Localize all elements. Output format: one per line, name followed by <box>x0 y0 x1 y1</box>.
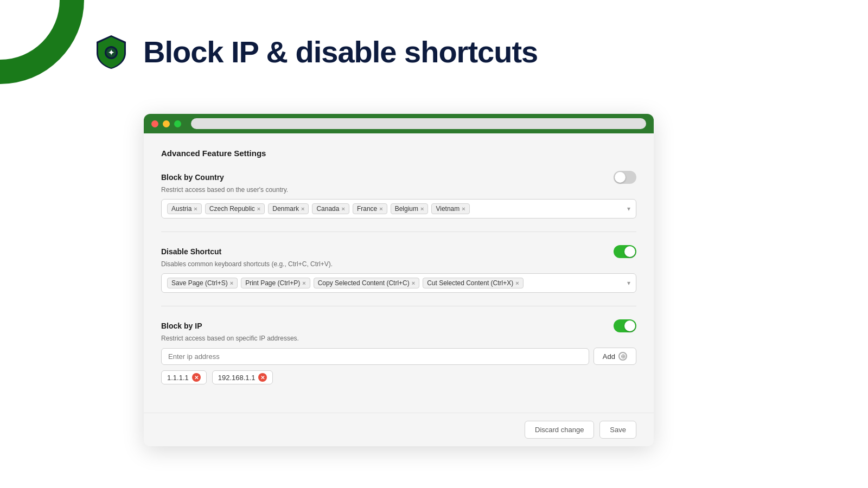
disable-shortcut-toggle[interactable] <box>614 245 636 258</box>
block-ip-desc: Restrict access based on specific IP add… <box>161 335 636 342</box>
remove-denmark[interactable]: × <box>301 206 304 212</box>
tag-copy[interactable]: Copy Selected Content (Ctrl+C) × <box>314 278 420 288</box>
address-bar <box>191 118 646 129</box>
shortcut-select[interactable]: Save Page (Ctrl+S) × Print Page (Ctrl+P)… <box>161 273 636 293</box>
panel-title: Advanced Feature Settings <box>161 149 636 158</box>
block-country-label: Block by Country <box>161 173 224 182</box>
block-ip-toggle[interactable] <box>614 319 636 332</box>
shortcut-dropdown-arrow[interactable]: ▾ <box>627 279 630 287</box>
svg-text:✦: ✦ <box>108 48 114 57</box>
remove-belgium[interactable]: × <box>420 206 424 212</box>
discard-button[interactable]: Discard change <box>525 421 594 439</box>
tl-close[interactable] <box>151 120 158 127</box>
ip-input-row: Add ⊕ <box>161 348 636 365</box>
country-select[interactable]: Austria × Czech Republic × Denmark × Can… <box>161 199 636 219</box>
remove-print[interactable]: × <box>302 280 305 286</box>
ip-value-2: 192.168.1.1 <box>218 374 256 382</box>
tag-denmark[interactable]: Denmark × <box>268 203 309 214</box>
remove-canada[interactable]: × <box>341 206 344 212</box>
tag-france[interactable]: France × <box>353 203 387 214</box>
page-header: ✦ Block IP & disable shortcuts <box>92 33 538 70</box>
ip-tag-2: 192.168.1.1 ✕ <box>212 370 273 384</box>
ip-tag-1: 1.1.1.1 ✕ <box>161 370 207 384</box>
settings-panel: Advanced Feature Settings Block by Count… <box>144 133 654 413</box>
page-title: Block IP & disable shortcuts <box>143 34 538 69</box>
remove-copy[interactable]: × <box>412 280 415 286</box>
remove-save[interactable]: × <box>230 280 233 286</box>
tag-canada[interactable]: Canada × <box>312 203 349 214</box>
panel-footer: Discard change Save <box>144 413 654 446</box>
remove-austria[interactable]: × <box>194 206 197 212</box>
block-country-section: Block by Country Restrict access based o… <box>161 171 636 232</box>
toggle-knob <box>615 172 626 183</box>
tag-belgium[interactable]: Belgium × <box>391 203 429 214</box>
tl-minimize[interactable] <box>163 120 170 127</box>
tl-fullscreen[interactable] <box>174 120 181 127</box>
ip-address-input[interactable] <box>161 348 589 365</box>
toggle-knob-2 <box>624 246 635 257</box>
tag-save[interactable]: Save Page (Ctrl+S) × <box>167 278 238 288</box>
disable-shortcut-desc: Disables common keyboard shortcuts (e.g.… <box>161 260 636 268</box>
add-ip-label: Add <box>603 352 615 361</box>
remove-czechrepublic[interactable]: × <box>257 206 260 212</box>
save-button[interactable]: Save <box>599 421 636 439</box>
browser-titlebar <box>144 114 654 133</box>
corner-decoration <box>0 0 87 89</box>
ip-value-1: 1.1.1.1 <box>167 374 189 382</box>
disable-shortcut-label: Disable Shortcut <box>161 247 221 256</box>
country-dropdown-arrow[interactable]: ▾ <box>627 205 630 213</box>
add-icon: ⊕ <box>618 352 627 361</box>
remove-ip-2[interactable]: ✕ <box>258 373 267 382</box>
block-country-toggle[interactable] <box>614 171 636 184</box>
tag-austria[interactable]: Austria × <box>167 203 202 214</box>
remove-vietnam[interactable]: × <box>462 206 465 212</box>
add-ip-button[interactable]: Add ⊕ <box>593 348 636 365</box>
disable-shortcut-section: Disable Shortcut Disables common keyboar… <box>161 245 636 306</box>
toggle-knob-3 <box>624 320 635 331</box>
remove-ip-1[interactable]: ✕ <box>192 373 201 382</box>
tag-czechrepublic[interactable]: Czech Republic × <box>205 203 265 214</box>
ip-tags-list: 1.1.1.1 ✕ 192.168.1.1 ✕ <box>161 370 636 384</box>
tag-cut[interactable]: Cut Selected Content (Ctrl+X) × <box>423 278 524 288</box>
block-country-desc: Restrict access based on the user's coun… <box>161 186 636 194</box>
block-ip-label: Block by IP <box>161 322 202 330</box>
browser-window: Advanced Feature Settings Block by Count… <box>144 114 654 446</box>
tag-print[interactable]: Print Page (Ctrl+P) × <box>241 278 310 288</box>
block-ip-section: Block by IP Restrict access based on spe… <box>161 319 636 397</box>
remove-france[interactable]: × <box>379 206 382 212</box>
shield-logo: ✦ <box>92 33 130 70</box>
remove-cut[interactable]: × <box>515 280 519 286</box>
tag-vietnam[interactable]: Vietnam × <box>431 203 469 214</box>
